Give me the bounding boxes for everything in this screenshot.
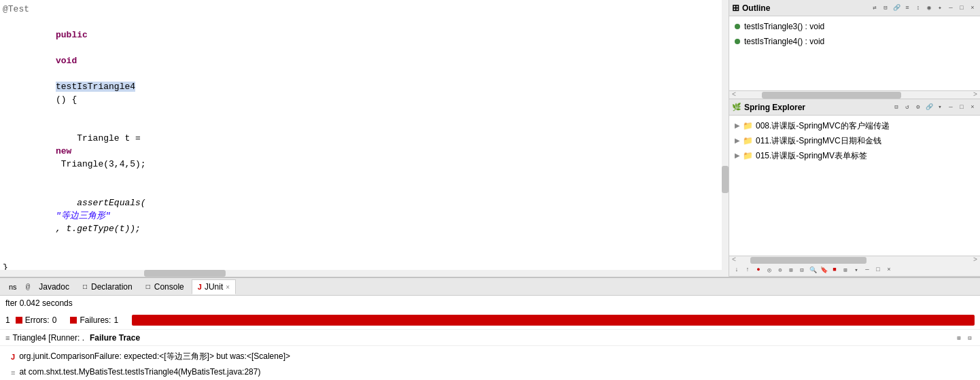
maximize-icon[interactable]: □ (957, 3, 966, 13)
failures-stat: Failures: 1 (70, 315, 118, 325)
tab-ns[interactable]: ns (3, 280, 23, 294)
spring-explorer-title: 🌿 Spring Explorer (732, 103, 805, 112)
outline-toolbar: ⇄ ⊟ 🔗 ≡ ↕ ◉ ✦ — □ × (870, 3, 977, 13)
failures-icon (70, 317, 77, 324)
spring-item[interactable]: ▶ 📁 015.讲课版-SpringMV表单标签 (729, 148, 980, 163)
red-dot-icon[interactable]: ● (754, 265, 763, 275)
spring-scroll-left-icon[interactable]: < (732, 256, 736, 264)
spring-item[interactable]: ▶ 📁 008.讲课版-SpringMVC的客户端传递 (729, 118, 980, 133)
trace-line-2[interactable]: ≡ at com.shxt.test.MyBatisTest.testIsTri… (11, 364, 969, 380)
search-icon[interactable]: 🔍 (808, 265, 818, 275)
hide-icon[interactable]: ◉ (924, 3, 934, 13)
expand-icon: ≡ (5, 334, 10, 342)
errors-icon (16, 317, 22, 324)
trace-line-1[interactable]: J org.junit.ComparisonFailure: expected:… (11, 349, 969, 364)
outline-panel-header: ⊞ Outline ⇄ ⊟ 🔗 ≡ ↕ ◉ ✦ — □ × (729, 0, 980, 16)
marker-icon[interactable]: ✦ (935, 3, 945, 13)
chevron-down-icon[interactable]: ▾ (935, 103, 945, 112)
right-panel: ⊞ Outline ⇄ ⊟ 🔗 ≡ ↕ ◉ ✦ — □ × testIsTria… (729, 0, 980, 277)
failure-trace: J org.junit.ComparisonFailure: expected:… (0, 346, 980, 380)
sort-icon[interactable]: ↕ (913, 3, 923, 13)
close3-icon[interactable]: × (884, 265, 894, 275)
method-icon (735, 39, 740, 44)
junit-status: fter 0.042 seconds (0, 296, 980, 311)
failures-count: 1 (113, 315, 118, 325)
link2-icon[interactable]: 🔗 (924, 103, 934, 112)
code-line: @Test (0, 3, 729, 16)
sync-icon[interactable]: ⇄ (870, 3, 879, 13)
folder-icon: 📁 (743, 150, 753, 162)
config-icon[interactable]: ⚙ (913, 103, 923, 112)
expand-view-icon[interactable]: ⊞ (954, 333, 964, 343)
tab-console[interactable]: □ Console (140, 279, 190, 294)
test-progress-bar (132, 315, 975, 326)
spring-explorer-toolbar: ⊟ ↺ ⚙ 🔗 ▾ — □ × (892, 103, 977, 112)
code-editor[interactable]: @Test public void testIsTriangle4 () { T… (0, 0, 729, 277)
stack-trace-icon: ≡ (11, 366, 15, 379)
spring-toolbar-row: ↓ ↑ ● ◎ ⊙ ⊞ ⊟ 🔍 🔖 ■ ⊞ ▾ — □ × (729, 264, 980, 277)
outline-content: testIsTriangle3() : void testIsTriangle4… (729, 16, 980, 91)
open2-icon[interactable]: ⊙ (775, 265, 785, 275)
chevron-icon[interactable]: ▾ (852, 265, 861, 275)
code-line: Triangle t = new Triangle(3,4,5); (0, 119, 729, 184)
outline-h-scrollbar[interactable] (739, 92, 970, 99)
bottom-panel: ns @ Javadoc □ Declaration □ Console J J… (0, 277, 980, 380)
spring-explorer-content: ▶ 📁 008.讲课版-SpringMVC的客户端传递 ▶ 📁 011.讲课版-… (729, 116, 980, 256)
errors-count: 0 (52, 315, 57, 325)
method-icon (735, 24, 740, 29)
spring-h-scrollbar[interactable] (739, 257, 970, 264)
tab-close-icon[interactable]: × (226, 283, 230, 291)
code-statement: Triangle t = new Triangle(3,4,5); (3, 119, 723, 184)
code-line: assertEquals( "等边三角形" , t.getType(t)); (0, 184, 729, 248)
link-icon[interactable]: 🔗 (892, 3, 901, 13)
outline-item[interactable]: testIsTriangle3() : void (735, 19, 975, 34)
failure-item[interactable]: ≡ Triangle4 [Runner: . Failure Trace (0, 330, 980, 346)
spring-scroll-right-icon[interactable]: > (973, 256, 977, 264)
runs-count: 1 (5, 315, 10, 325)
outline-item[interactable]: testIsTriangle4() : void (735, 34, 975, 49)
refresh-icon[interactable]: ↺ (903, 103, 912, 112)
tab-declaration[interactable]: □ Declaration (77, 279, 139, 294)
minimize2-icon[interactable]: — (946, 103, 956, 112)
properties-icon[interactable]: ⊞ (786, 265, 796, 275)
scroll-right-icon[interactable]: > (973, 91, 977, 99)
code-assert: assertEquals( "等边三角形" , t.getType(t)); (3, 184, 723, 248)
min-icon[interactable]: — (862, 265, 872, 275)
failure-toolbar: ⊞ ⊟ (954, 333, 975, 343)
spring-item[interactable]: ▶ 📁 011.讲课版-SpringMVC日期和金钱 (729, 133, 980, 148)
vertical-scrollbar[interactable] (722, 0, 729, 277)
tab-javadoc[interactable]: Javadoc (33, 279, 75, 294)
max-icon[interactable]: □ (873, 265, 883, 275)
filter-icon[interactable]: ≡ (903, 3, 912, 13)
expand-icon: ▶ (735, 135, 740, 147)
open-icon[interactable]: ◎ (765, 265, 774, 275)
scroll-left-icon[interactable]: < (732, 91, 736, 99)
collapse-all-icon[interactable]: ⊟ (892, 103, 901, 112)
close2-icon[interactable]: × (968, 103, 977, 112)
spring-explorer-header: 🌿 Spring Explorer ⊟ ↺ ⚙ 🔗 ▾ — □ × (729, 99, 980, 116)
split-view-icon[interactable]: ⊟ (965, 333, 975, 343)
code-method-signature: public void testIsTriangle4 () { (3, 16, 723, 119)
junit-icon: J (198, 283, 202, 291)
layout-icon[interactable]: ⊞ (841, 265, 850, 275)
bottom-tabs: ns @ Javadoc □ Declaration □ Console J J… (0, 278, 980, 296)
collapse-icon[interactable]: ⊟ (881, 3, 890, 13)
junit-trace-icon: J (11, 351, 15, 363)
down-arrow-icon[interactable]: ↓ (732, 265, 741, 275)
close-icon[interactable]: × (968, 3, 977, 13)
expand-icon: ▶ (735, 120, 740, 132)
maximize2-icon[interactable]: □ (957, 103, 966, 112)
junit-stats-row: 1 Errors: 0 Failures: 1 (0, 311, 980, 330)
stop-icon[interactable]: ■ (830, 265, 839, 275)
horizontal-scrollbar[interactable] (0, 270, 722, 277)
errors-stat: Errors: 0 (16, 315, 57, 325)
up-arrow-icon[interactable]: ↑ (743, 265, 752, 275)
tab-junit[interactable]: J JUnit × (192, 279, 236, 294)
failure-row: ≡ Triangle4 [Runner: . Failure Trace ⊞ ⊟ (0, 330, 980, 346)
code-line (0, 248, 729, 261)
bookmark-icon[interactable]: 🔖 (819, 265, 828, 275)
folder-icon: 📁 (743, 135, 753, 147)
expand-icon: ▶ (735, 150, 740, 162)
grid-icon[interactable]: ⊟ (797, 265, 807, 275)
minimize-icon[interactable]: — (946, 3, 956, 13)
